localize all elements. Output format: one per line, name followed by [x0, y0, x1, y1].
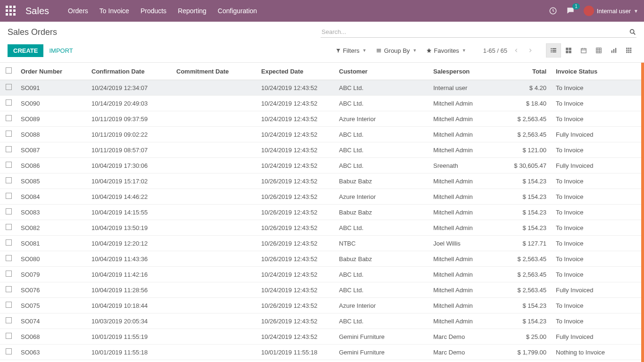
table-row[interactable]: SO08210/04/2019 13:50:1910/26/2019 12:43… — [0, 220, 644, 236]
view-kanban[interactable] — [561, 43, 576, 58]
cell-customer: Babuz Babz — [335, 251, 429, 267]
cell-confirmation: 10/14/2019 20:49:03 — [88, 96, 173, 111]
menu-orders[interactable]: Orders — [68, 7, 88, 15]
cell-total: $ 4.20 — [503, 80, 552, 96]
row-checkbox[interactable] — [6, 193, 12, 199]
menu-to-invoice[interactable]: To Invoice — [99, 7, 129, 15]
import-button[interactable]: IMPORT — [43, 44, 78, 57]
groupby-button[interactable]: Group By▼ — [372, 45, 421, 56]
svg-rect-10 — [553, 51, 556, 52]
row-checkbox[interactable] — [6, 115, 12, 121]
col-salesperson[interactable]: Salesperson — [429, 63, 503, 80]
menu-reporting[interactable]: Reporting — [178, 7, 206, 15]
table-row[interactable]: SO06310/01/2019 11:55:1810/01/2019 11:55… — [0, 345, 644, 360]
view-calendar[interactable] — [576, 43, 591, 58]
svg-rect-14 — [569, 51, 571, 53]
table-row[interactable]: SO08110/04/2019 12:20:1210/26/2019 12:43… — [0, 236, 644, 251]
row-checkbox[interactable] — [6, 271, 12, 277]
cell-order: SO090 — [17, 96, 88, 111]
row-checkbox[interactable] — [6, 162, 12, 168]
pager-text[interactable]: 1-65 / 65 — [483, 47, 507, 54]
col-invoice-status[interactable]: Invoice Status — [552, 63, 644, 80]
favorites-button[interactable]: Favorites▼ — [422, 45, 470, 56]
table-row[interactable]: SO09010/14/2019 20:49:0310/24/2019 12:43… — [0, 96, 644, 111]
search-input[interactable] — [321, 26, 629, 37]
table-row[interactable]: SO07910/04/2019 11:42:1610/24/2019 12:43… — [0, 267, 644, 282]
row-checkbox[interactable] — [6, 317, 12, 323]
app-brand[interactable]: Sales — [25, 6, 49, 16]
view-activity[interactable] — [621, 43, 636, 58]
row-checkbox[interactable] — [6, 286, 12, 292]
svg-rect-28 — [630, 51, 631, 53]
svg-rect-4 — [377, 51, 381, 52]
cell-invoice-status: To Invoice — [552, 173, 644, 189]
row-checkbox[interactable] — [6, 239, 12, 246]
cell-customer: ABC Ltd. — [335, 313, 429, 329]
table-row[interactable]: SO06810/01/2019 11:55:1910/24/2019 12:43… — [0, 329, 644, 345]
svg-rect-22 — [630, 48, 631, 49]
cell-invoice-status: To Invoice — [552, 96, 644, 111]
table-row[interactable]: SO08010/04/2019 11:43:3610/26/2019 12:43… — [0, 251, 644, 267]
cell-salesperson: Mitchell Admin — [429, 205, 503, 220]
svg-rect-11 — [566, 48, 568, 50]
row-checkbox[interactable] — [6, 333, 12, 339]
svg-rect-23 — [626, 49, 627, 51]
view-list[interactable] — [546, 43, 561, 58]
table-scroll[interactable]: Order Number Confirmation Date Commitmen… — [0, 63, 644, 362]
view-pivot[interactable] — [591, 43, 606, 58]
view-graph[interactable] — [606, 43, 621, 58]
table-row[interactable]: SO09110/24/2019 12:34:0710/24/2019 12:43… — [0, 80, 644, 96]
table-row[interactable]: SO07610/04/2019 11:28:5610/24/2019 12:43… — [0, 282, 644, 298]
table-row[interactable]: SO07410/03/2019 20:05:3410/26/2019 12:43… — [0, 313, 644, 329]
col-expected[interactable]: Expected Date — [257, 63, 335, 80]
col-total[interactable]: Total — [503, 63, 552, 80]
user-menu[interactable]: Internal user ▼ — [584, 6, 638, 16]
pager-prev[interactable] — [511, 45, 521, 56]
row-checkbox[interactable] — [6, 177, 12, 183]
search-bar[interactable] — [321, 26, 636, 38]
cell-total: $ 121.00 — [503, 142, 552, 158]
row-checkbox[interactable] — [6, 84, 12, 90]
table-row[interactable]: SO08810/11/2019 09:02:2210/24/2019 12:43… — [0, 127, 644, 142]
table-row[interactable]: SO08710/11/2019 08:57:0710/24/2019 12:43… — [0, 142, 644, 158]
row-checkbox[interactable] — [6, 99, 12, 106]
table-row[interactable]: SO08510/04/2019 15:17:0210/26/2019 12:43… — [0, 173, 644, 189]
cell-salesperson: Mitchell Admin — [429, 173, 503, 189]
menu-products[interactable]: Products — [140, 7, 166, 15]
cell-order: SO074 — [17, 313, 88, 329]
activity-icon[interactable] — [549, 7, 557, 15]
search-icon[interactable] — [629, 28, 636, 36]
row-checkbox[interactable] — [6, 131, 12, 137]
messages-icon[interactable]: 1 — [566, 6, 575, 16]
table-row[interactable]: SO08310/04/2019 14:15:5510/26/2019 12:43… — [0, 205, 644, 220]
col-order[interactable]: Order Number — [17, 63, 88, 80]
pager-next[interactable] — [525, 45, 536, 56]
cell-confirmation: 10/04/2019 17:30:06 — [88, 158, 173, 173]
select-all-checkbox[interactable] — [6, 67, 12, 74]
col-commitment[interactable]: Commitment Date — [173, 63, 257, 80]
cell-expected: 10/24/2019 12:43:52 — [257, 127, 335, 142]
row-checkbox[interactable] — [6, 255, 12, 261]
cell-customer: Babuz Babz — [335, 173, 429, 189]
row-checkbox[interactable] — [6, 302, 12, 308]
table-row[interactable]: SO08610/04/2019 17:30:0610/24/2019 12:43… — [0, 158, 644, 173]
col-confirmation[interactable]: Confirmation Date — [88, 63, 173, 80]
cell-customer: ABC Ltd. — [335, 96, 429, 111]
col-customer[interactable]: Customer — [335, 63, 429, 80]
cell-commitment — [173, 96, 257, 111]
row-checkbox[interactable] — [6, 146, 12, 152]
filters-button[interactable]: Filters▼ — [332, 45, 370, 56]
row-checkbox[interactable] — [6, 224, 12, 230]
create-button[interactable]: CREATE — [8, 44, 43, 57]
table-row[interactable]: SO08410/04/2019 14:46:2210/26/2019 12:43… — [0, 189, 644, 205]
table-row[interactable]: SO08910/11/2019 09:37:5910/24/2019 12:43… — [0, 111, 644, 127]
cell-order: SO091 — [17, 80, 88, 96]
menu-configuration[interactable]: Configuration — [218, 7, 257, 15]
cell-confirmation: 10/01/2019 11:55:19 — [88, 329, 173, 345]
cell-order: SO068 — [17, 329, 88, 345]
row-checkbox[interactable] — [6, 348, 12, 354]
cell-confirmation: 10/04/2019 10:18:44 — [88, 298, 173, 313]
row-checkbox[interactable] — [6, 208, 12, 214]
table-row[interactable]: SO07510/04/2019 10:18:4410/26/2019 12:43… — [0, 298, 644, 313]
apps-icon[interactable] — [6, 6, 16, 16]
